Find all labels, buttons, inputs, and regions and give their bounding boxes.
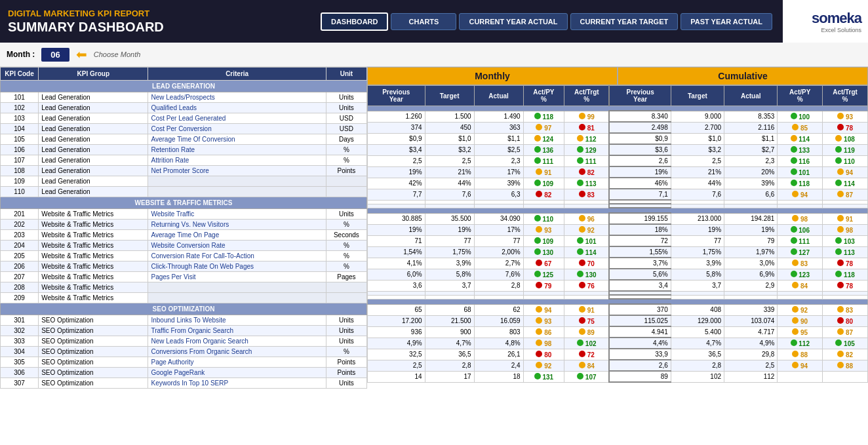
m-acttgt-col: Act/Trgt%: [564, 86, 610, 106]
kpi-row: 306 SEO Optimization Google PageRank Poi…: [1, 368, 367, 378]
data-row: 14 17 18 131 107 89 102 112: [368, 371, 868, 382]
data-row: 6,0% 5,8% 7,6% 125 130 5,6% 5,8% 6,9% 12…: [368, 269, 868, 280]
kpi-row: 102 Lead Generation Qualified Leads Unit…: [1, 103, 367, 113]
kpi-row: 207 Website & Traffic Metrics Pages Per …: [1, 272, 367, 282]
month-value[interactable]: 06: [41, 48, 69, 62]
past-year-actual-button[interactable]: PAST YEAR ACTUAL: [681, 13, 772, 30]
charts-button[interactable]: CHARTS: [391, 13, 456, 30]
current-year-target-button[interactable]: CURRENT YEAR TARGET: [570, 13, 679, 30]
kpi-row: 110 Lead Generation: [1, 187, 367, 197]
data-row: 42% 44% 39% 109 113 46% 44% 39% 118 114: [368, 178, 868, 189]
kpi-row: 104 Lead Generation Cost Per Conversion …: [1, 124, 367, 134]
m-prev-year-col: PreviousYear: [368, 86, 425, 106]
data-row: 30.885 35.500 34.090 110 96 199.155 213.…: [368, 213, 868, 224]
section-titles-row: Monthly Cumulative: [367, 67, 868, 85]
logo-area: someka Excel Solutions: [783, 0, 868, 43]
logo-sub: Excel Solutions: [821, 27, 861, 33]
data-row: $0,9 $1,0 $1,1 124 112 $0,9 $1,0 $1,1 11…: [368, 133, 868, 144]
m-actpy-col: Act/PY%: [523, 86, 564, 106]
kpi-row: 205 Website & Traffic Metrics Conversion…: [1, 251, 367, 261]
data-row: 936 900 803 86 89 4.941 5.400 4.717 95 8…: [368, 326, 868, 338]
data-row: $3,4 $3,2 $2,5 136 129 $3,6 $3,2 $2,7 13…: [368, 144, 868, 155]
data-row: 7,7 7,6 6,3 82 83 7,1 7,6 6,6 94 87: [368, 189, 868, 200]
c-prev-year-col: PreviousYear: [609, 86, 671, 106]
title-section: DIGITAL MARKETING KPI REPORT SUMMARY DAS…: [0, 3, 315, 40]
kpi-row: 201 Website & Traffic Metrics Website Tr…: [1, 209, 367, 220]
data-row: 1,54% 1,75% 2,00% 130 114 1,55% 1,75% 1,…: [368, 246, 868, 258]
dashboard-button[interactable]: DASHBOARD: [321, 12, 389, 31]
kpi-row: 103 Lead Generation Cost Per Lead Genera…: [1, 113, 367, 124]
c-target-col: Target: [671, 86, 724, 106]
left-panel: KPI Code KPI Group Criteria Unit LEAD GE…: [0, 67, 367, 389]
data-table: PreviousYear Target Actual Act/PY% Act/T…: [367, 85, 868, 383]
data-row: 71 77 77 109 101 72 77 79 111 103: [368, 235, 868, 246]
page-title: SUMMARY DASHBOARD: [8, 20, 307, 35]
main-layout: KPI Code KPI Group Criteria Unit LEAD GE…: [0, 67, 868, 389]
data-row: 4,9% 4,7% 4,8% 98 102 4,4% 4,7% 4,9% 112…: [368, 338, 868, 349]
col-kpi-code: KPI Code: [1, 68, 39, 81]
data-row: 2,5 2,8 2,4 92 84 2,6 2,8 2,5 94 88: [368, 360, 868, 371]
choose-month-label: Choose Month: [94, 50, 141, 58]
col-kpi-group: KPI Group: [39, 68, 148, 81]
c-actpy-col: Act/PY%: [778, 86, 823, 106]
data-row: 32,5 36,5 26,1 80 72 33,9 36,5 29,8 88 8…: [368, 349, 868, 360]
data-row: 2,5 2,5 2,3 111 111 2,6 2,5 2,3 116 110: [368, 155, 868, 166]
data-row: 4,1% 3,9% 2,7% 67 70 3,7% 3,9% 3,0% 83 7…: [368, 258, 868, 269]
kpi-row: 301 SEO Optimization Inbound Links To We…: [1, 315, 367, 326]
right-panel: Monthly Cumulative PreviousYear Target A…: [367, 67, 868, 389]
kpi-row: 101 Lead Generation New Leads/Prospects …: [1, 92, 367, 103]
kpi-row: 304 SEO Optimization Conversions From Or…: [1, 347, 367, 357]
data-row: 19% 19% 17% 93 92 18% 19% 19% 106 98: [368, 224, 868, 235]
kpi-row: 108 Lead Generation Net Promoter Score P…: [1, 166, 367, 176]
kpi-row: 109 Lead Generation: [1, 176, 367, 187]
kpi-row: 307 SEO Optimization Keywords In Top 10 …: [1, 378, 367, 389]
kpi-row: 106 Lead Generation Retention Rate %: [1, 145, 367, 155]
c-actual-col: Actual: [724, 86, 778, 106]
kpi-row: 105 Lead Generation Average Time Of Conv…: [1, 134, 367, 145]
kpi-row: 303 SEO Optimization New Leads From Orga…: [1, 336, 367, 347]
kpi-row: 204 Website & Traffic Metrics Website Co…: [1, 241, 367, 251]
cumulative-title: Cumulative: [618, 67, 868, 85]
data-row: 17.200 21.500 16.059 93 75 115.025 129.0…: [368, 315, 868, 326]
top-header: DIGITAL MARKETING KPI REPORT SUMMARY DAS…: [0, 0, 868, 43]
nav-buttons: DASHBOARD CHARTS CURRENT YEAR ACTUAL CUR…: [315, 12, 778, 31]
data-row: 374 450 363 97 81 2.498 2.700 2.116 85 7…: [368, 122, 868, 133]
m-actual-col: Actual: [474, 86, 523, 106]
data-row: 3,6 3,7 2,8 79 76 3,4 3,7 2,9 84 78: [368, 280, 868, 291]
data-row: 65 68 62 94 91 370 408 339 92 83: [368, 304, 868, 315]
c-acttgt-col: Act/Trgt%: [823, 86, 868, 106]
kpi-row: 107 Lead Generation Attrition Rate %: [1, 155, 367, 166]
app-title: DIGITAL MARKETING KPI REPORT: [8, 9, 307, 18]
m-target-col: Target: [425, 86, 474, 106]
kpi-row: 305 SEO Optimization Page Authority Poin…: [1, 357, 367, 368]
col-criteria: Criteria: [148, 68, 326, 81]
kpi-row: 202 Website & Traffic Metrics Returning …: [1, 220, 367, 230]
arrow-icon: ⬅: [76, 47, 87, 62]
kpi-row: 302 SEO Optimization Traffic From Organi…: [1, 326, 367, 336]
kpi-row: 209 Website & Traffic Metrics: [1, 293, 367, 303]
month-label: Month :: [7, 50, 35, 59]
monthly-title: Monthly: [367, 67, 618, 85]
data-row: 19% 21% 17% 91 82 19% 21% 20% 101 94: [368, 166, 868, 178]
current-year-actual-button[interactable]: CURRENT YEAR ACTUAL: [459, 13, 567, 30]
logo-text: someka: [812, 10, 861, 27]
data-row: 1.260 1.500 1.490 118 99 8.340 9.000 8.3…: [368, 111, 868, 122]
kpi-row: 208 Website & Traffic Metrics: [1, 282, 367, 293]
kpi-row: 203 Website & Traffic Metrics Average Ti…: [1, 230, 367, 241]
kpi-row: 206 Website & Traffic Metrics Click-Thro…: [1, 261, 367, 272]
month-bar: Month : 06 ⬅ Choose Month: [0, 43, 868, 67]
col-unit: Unit: [326, 68, 366, 81]
